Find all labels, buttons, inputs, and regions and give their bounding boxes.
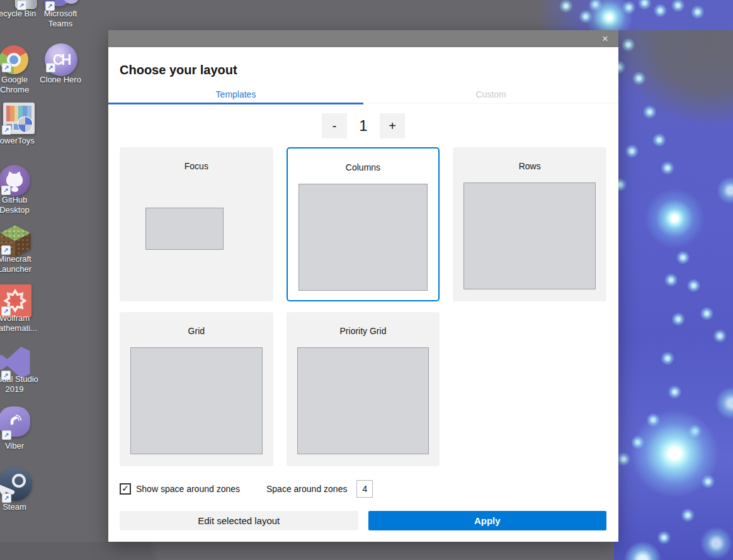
dialog-footer: Edit selected layout Apply <box>120 511 606 530</box>
space-around-zones-label: Space around zones <box>266 484 347 494</box>
phone-icon <box>6 413 23 430</box>
show-space-checkbox[interactable]: ✓ Show space around zones <box>120 483 240 495</box>
tab-custom[interactable]: Custom <box>363 87 618 104</box>
shortcut-arrow-icon: ↗ <box>2 493 11 503</box>
icon-label: Minecraft Launcher <box>0 254 40 274</box>
wallpaper-shade <box>0 542 271 560</box>
icon-label: Viber <box>0 441 40 451</box>
desktop: ↗ Recycle Bin ↗ Microsoft Teams ↗ Google… <box>0 0 733 560</box>
shortcut-arrow-icon: ↗ <box>45 1 55 11</box>
card-title: Rows <box>453 161 606 171</box>
shortcut-arrow-icon: ↗ <box>2 63 11 72</box>
wallpaper-fractal-right <box>614 0 733 560</box>
icon-label: Steam <box>0 502 40 512</box>
card-title: Columns <box>288 162 439 172</box>
shortcut-arrow-icon: ↗ <box>2 125 11 135</box>
zone-preview <box>298 184 428 291</box>
shortcut-arrow-icon: ↗ <box>1 186 11 195</box>
space-around-zones-input[interactable] <box>356 480 373 498</box>
zone-count-decrement-button[interactable]: - <box>322 113 347 138</box>
dialog-titlebar[interactable]: × <box>108 30 618 47</box>
desktop-icon-steam[interactable]: ↗ Steam <box>0 0 40 34</box>
desktop-icon-microsoft-teams[interactable]: ↗ Microsoft Teams <box>35 0 86 31</box>
zone-preview <box>463 182 596 289</box>
shortcut-arrow-icon: ↗ <box>1 245 11 255</box>
icon-label: GitHub Desktop <box>0 195 40 215</box>
card-title: Priority Grid <box>287 326 440 336</box>
card-title: Grid <box>120 326 273 336</box>
zone-count-value: 1 <box>347 117 380 135</box>
template-cards: Focus Columns Rows Grid Priority Grid <box>120 147 606 466</box>
template-card-columns[interactable]: Columns <box>287 147 440 301</box>
zone-preview <box>145 208 224 250</box>
icon-label: Clone Hero <box>35 75 86 85</box>
card-title: Focus <box>120 161 273 171</box>
tab-bar: Templates Custom <box>108 87 618 104</box>
template-card-focus[interactable]: Focus <box>120 147 273 301</box>
apply-button[interactable]: Apply <box>368 511 607 530</box>
shortcut-arrow-icon: ↗ <box>46 63 55 72</box>
zone-preview <box>297 347 429 454</box>
tab-templates-label: Templates <box>216 89 256 99</box>
close-button[interactable]: × <box>599 33 611 45</box>
icon-label: PowerToys <box>0 136 40 146</box>
show-space-label: Show space around zones <box>136 484 240 494</box>
edit-selected-layout-button[interactable]: Edit selected layout <box>120 511 358 530</box>
zone-preview <box>130 347 263 454</box>
icon-label: Microsoft Teams <box>35 9 86 29</box>
wallpaper-fractal-top <box>537 0 733 30</box>
icon-label: Wolfram Mathemati... <box>0 313 40 333</box>
dialog-title: Choose your layout <box>120 62 618 78</box>
shortcut-arrow-icon: ↗ <box>1 306 11 316</box>
template-card-grid[interactable]: Grid <box>120 312 273 466</box>
options-row: ✓ Show space around zones Space around z… <box>120 479 607 498</box>
icon-label: Google Chrome <box>0 75 40 95</box>
shortcut-arrow-icon: ↗ <box>2 430 11 440</box>
template-card-priority-grid[interactable]: Priority Grid <box>287 312 440 466</box>
zone-count-increment-button[interactable]: + <box>380 113 405 138</box>
tab-custom-label: Custom <box>475 89 506 99</box>
fancyzones-layout-dialog: × Choose your layout Templates Custom - … <box>108 30 618 542</box>
tab-templates[interactable]: Templates <box>108 87 363 104</box>
zone-count-stepper: - 1 + <box>108 113 618 138</box>
checkbox-check-icon: ✓ <box>120 483 131 495</box>
template-card-rows[interactable]: Rows <box>453 147 606 301</box>
shortcut-arrow-icon: ↗ <box>1 371 11 380</box>
